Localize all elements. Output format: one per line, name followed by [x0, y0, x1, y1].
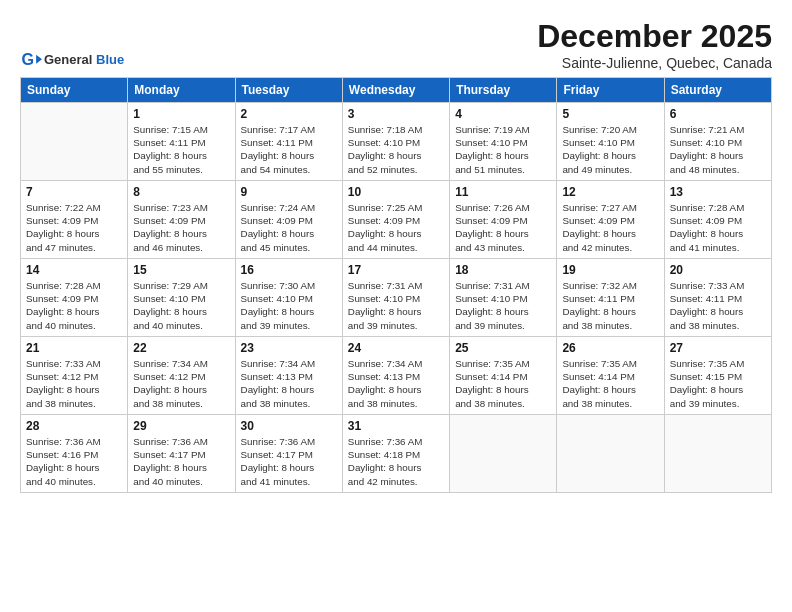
- day-number: 13: [670, 185, 766, 199]
- day-info: Sunrise: 7:36 AM Sunset: 4:16 PM Dayligh…: [26, 435, 122, 488]
- cell-w3-d3: 16Sunrise: 7:30 AM Sunset: 4:10 PM Dayli…: [235, 259, 342, 337]
- day-info: Sunrise: 7:34 AM Sunset: 4:13 PM Dayligh…: [348, 357, 444, 410]
- col-wednesday: Wednesday: [342, 78, 449, 103]
- cell-w2-d3: 9Sunrise: 7:24 AM Sunset: 4:09 PM Daylig…: [235, 181, 342, 259]
- day-info: Sunrise: 7:27 AM Sunset: 4:09 PM Dayligh…: [562, 201, 658, 254]
- col-tuesday: Tuesday: [235, 78, 342, 103]
- cell-w1-d7: 6Sunrise: 7:21 AM Sunset: 4:10 PM Daylig…: [664, 103, 771, 181]
- day-info: Sunrise: 7:29 AM Sunset: 4:10 PM Dayligh…: [133, 279, 229, 332]
- day-info: Sunrise: 7:19 AM Sunset: 4:10 PM Dayligh…: [455, 123, 551, 176]
- day-info: Sunrise: 7:30 AM Sunset: 4:10 PM Dayligh…: [241, 279, 337, 332]
- day-info: Sunrise: 7:35 AM Sunset: 4:14 PM Dayligh…: [562, 357, 658, 410]
- cell-w1-d5: 4Sunrise: 7:19 AM Sunset: 4:10 PM Daylig…: [450, 103, 557, 181]
- day-number: 28: [26, 419, 122, 433]
- day-info: Sunrise: 7:28 AM Sunset: 4:09 PM Dayligh…: [670, 201, 766, 254]
- day-info: Sunrise: 7:33 AM Sunset: 4:12 PM Dayligh…: [26, 357, 122, 410]
- cell-w5-d7: [664, 415, 771, 493]
- cell-w3-d6: 19Sunrise: 7:32 AM Sunset: 4:11 PM Dayli…: [557, 259, 664, 337]
- day-number: 14: [26, 263, 122, 277]
- subtitle: Sainte-Julienne, Quebec, Canada: [537, 55, 772, 71]
- day-number: 27: [670, 341, 766, 355]
- cell-w5-d6: [557, 415, 664, 493]
- cell-w1-d4: 3Sunrise: 7:18 AM Sunset: 4:10 PM Daylig…: [342, 103, 449, 181]
- day-number: 29: [133, 419, 229, 433]
- logo: G General Blue: [20, 49, 124, 71]
- col-thursday: Thursday: [450, 78, 557, 103]
- day-info: Sunrise: 7:15 AM Sunset: 4:11 PM Dayligh…: [133, 123, 229, 176]
- logo-icon: G: [20, 49, 42, 71]
- day-number: 22: [133, 341, 229, 355]
- cell-w2-d4: 10Sunrise: 7:25 AM Sunset: 4:09 PM Dayli…: [342, 181, 449, 259]
- day-info: Sunrise: 7:36 AM Sunset: 4:18 PM Dayligh…: [348, 435, 444, 488]
- day-number: 19: [562, 263, 658, 277]
- cell-w3-d4: 17Sunrise: 7:31 AM Sunset: 4:10 PM Dayli…: [342, 259, 449, 337]
- day-info: Sunrise: 7:35 AM Sunset: 4:14 PM Dayligh…: [455, 357, 551, 410]
- cell-w4-d5: 25Sunrise: 7:35 AM Sunset: 4:14 PM Dayli…: [450, 337, 557, 415]
- day-info: Sunrise: 7:31 AM Sunset: 4:10 PM Dayligh…: [348, 279, 444, 332]
- week-row-5: 28Sunrise: 7:36 AM Sunset: 4:16 PM Dayli…: [21, 415, 772, 493]
- cell-w2-d2: 8Sunrise: 7:23 AM Sunset: 4:09 PM Daylig…: [128, 181, 235, 259]
- title-section: December 2025 Sainte-Julienne, Quebec, C…: [537, 18, 772, 71]
- day-number: 2: [241, 107, 337, 121]
- cell-w3-d7: 20Sunrise: 7:33 AM Sunset: 4:11 PM Dayli…: [664, 259, 771, 337]
- day-number: 23: [241, 341, 337, 355]
- cell-w4-d1: 21Sunrise: 7:33 AM Sunset: 4:12 PM Dayli…: [21, 337, 128, 415]
- week-row-4: 21Sunrise: 7:33 AM Sunset: 4:12 PM Dayli…: [21, 337, 772, 415]
- day-number: 12: [562, 185, 658, 199]
- cell-w3-d2: 15Sunrise: 7:29 AM Sunset: 4:10 PM Dayli…: [128, 259, 235, 337]
- day-info: Sunrise: 7:33 AM Sunset: 4:11 PM Dayligh…: [670, 279, 766, 332]
- day-number: 7: [26, 185, 122, 199]
- day-number: 16: [241, 263, 337, 277]
- cell-w4-d4: 24Sunrise: 7:34 AM Sunset: 4:13 PM Dayli…: [342, 337, 449, 415]
- day-info: Sunrise: 7:20 AM Sunset: 4:10 PM Dayligh…: [562, 123, 658, 176]
- cell-w3-d5: 18Sunrise: 7:31 AM Sunset: 4:10 PM Dayli…: [450, 259, 557, 337]
- day-info: Sunrise: 7:23 AM Sunset: 4:09 PM Dayligh…: [133, 201, 229, 254]
- cell-w2-d5: 11Sunrise: 7:26 AM Sunset: 4:09 PM Dayli…: [450, 181, 557, 259]
- cell-w5-d1: 28Sunrise: 7:36 AM Sunset: 4:16 PM Dayli…: [21, 415, 128, 493]
- week-row-3: 14Sunrise: 7:28 AM Sunset: 4:09 PM Dayli…: [21, 259, 772, 337]
- day-info: Sunrise: 7:35 AM Sunset: 4:15 PM Dayligh…: [670, 357, 766, 410]
- logo-text: General Blue: [44, 53, 124, 67]
- cell-w1-d6: 5Sunrise: 7:20 AM Sunset: 4:10 PM Daylig…: [557, 103, 664, 181]
- day-number: 15: [133, 263, 229, 277]
- day-info: Sunrise: 7:36 AM Sunset: 4:17 PM Dayligh…: [133, 435, 229, 488]
- day-number: 3: [348, 107, 444, 121]
- day-number: 5: [562, 107, 658, 121]
- day-number: 20: [670, 263, 766, 277]
- col-monday: Monday: [128, 78, 235, 103]
- day-info: Sunrise: 7:34 AM Sunset: 4:13 PM Dayligh…: [241, 357, 337, 410]
- calendar-body: 1Sunrise: 7:15 AM Sunset: 4:11 PM Daylig…: [21, 103, 772, 493]
- cell-w5-d4: 31Sunrise: 7:36 AM Sunset: 4:18 PM Dayli…: [342, 415, 449, 493]
- cell-w5-d2: 29Sunrise: 7:36 AM Sunset: 4:17 PM Dayli…: [128, 415, 235, 493]
- header-row: Sunday Monday Tuesday Wednesday Thursday…: [21, 78, 772, 103]
- week-row-2: 7Sunrise: 7:22 AM Sunset: 4:09 PM Daylig…: [21, 181, 772, 259]
- day-info: Sunrise: 7:25 AM Sunset: 4:09 PM Dayligh…: [348, 201, 444, 254]
- month-title: December 2025: [537, 18, 772, 55]
- week-row-1: 1Sunrise: 7:15 AM Sunset: 4:11 PM Daylig…: [21, 103, 772, 181]
- col-sunday: Sunday: [21, 78, 128, 103]
- cell-w4-d7: 27Sunrise: 7:35 AM Sunset: 4:15 PM Dayli…: [664, 337, 771, 415]
- cell-w5-d5: [450, 415, 557, 493]
- col-saturday: Saturday: [664, 78, 771, 103]
- day-number: 30: [241, 419, 337, 433]
- day-info: Sunrise: 7:36 AM Sunset: 4:17 PM Dayligh…: [241, 435, 337, 488]
- cell-w2-d1: 7Sunrise: 7:22 AM Sunset: 4:09 PM Daylig…: [21, 181, 128, 259]
- day-number: 1: [133, 107, 229, 121]
- cell-w1-d1: [21, 103, 128, 181]
- cell-w4-d3: 23Sunrise: 7:34 AM Sunset: 4:13 PM Dayli…: [235, 337, 342, 415]
- day-number: 21: [26, 341, 122, 355]
- day-number: 25: [455, 341, 551, 355]
- cell-w2-d6: 12Sunrise: 7:27 AM Sunset: 4:09 PM Dayli…: [557, 181, 664, 259]
- day-number: 18: [455, 263, 551, 277]
- cell-w2-d7: 13Sunrise: 7:28 AM Sunset: 4:09 PM Dayli…: [664, 181, 771, 259]
- calendar-table: Sunday Monday Tuesday Wednesday Thursday…: [20, 77, 772, 493]
- day-number: 4: [455, 107, 551, 121]
- day-info: Sunrise: 7:32 AM Sunset: 4:11 PM Dayligh…: [562, 279, 658, 332]
- day-info: Sunrise: 7:18 AM Sunset: 4:10 PM Dayligh…: [348, 123, 444, 176]
- day-number: 9: [241, 185, 337, 199]
- cell-w1-d3: 2Sunrise: 7:17 AM Sunset: 4:11 PM Daylig…: [235, 103, 342, 181]
- col-friday: Friday: [557, 78, 664, 103]
- cell-w5-d3: 30Sunrise: 7:36 AM Sunset: 4:17 PM Dayli…: [235, 415, 342, 493]
- day-info: Sunrise: 7:21 AM Sunset: 4:10 PM Dayligh…: [670, 123, 766, 176]
- svg-text:G: G: [21, 50, 34, 68]
